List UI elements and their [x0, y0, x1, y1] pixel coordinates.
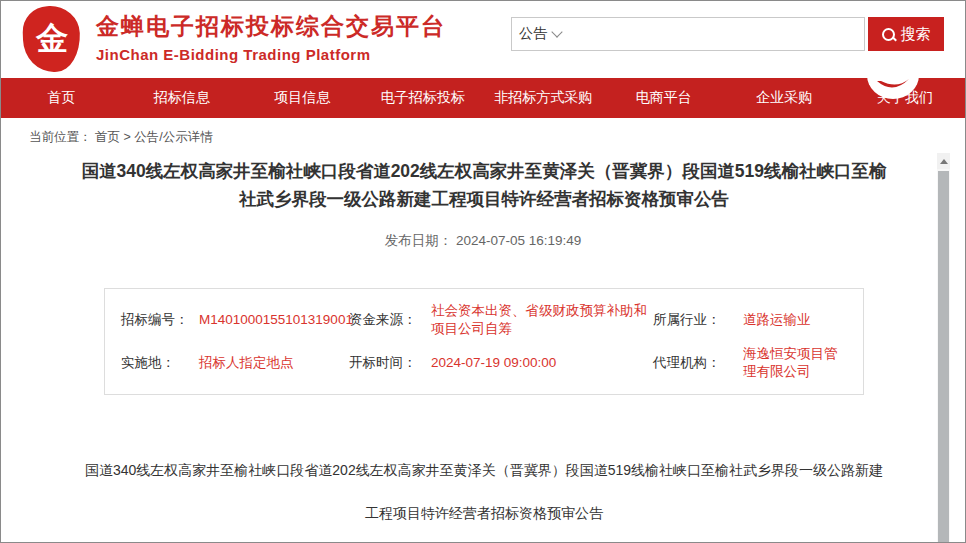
floating-widget[interactable]	[867, 51, 919, 99]
nav-item-ecommerce[interactable]: 电商平台	[604, 78, 725, 118]
nav-item-ebidding[interactable]: 电子招标投标	[363, 78, 484, 118]
bid-number-label: 招标编号：	[121, 311, 199, 329]
agency-label: 代理机构：	[653, 354, 743, 372]
location-value: 招标人指定地点	[199, 354, 349, 372]
industry-label: 所属行业：	[653, 311, 743, 329]
open-time-label: 开标时间：	[349, 354, 431, 372]
nav-item-bid-info[interactable]: 招标信息	[122, 78, 243, 118]
site-title: 金蝉电子招标投标综合交易平台	[96, 11, 446, 42]
search-icon	[882, 28, 895, 41]
site-logo[interactable]: 金	[22, 5, 81, 73]
scrollbar-thumb[interactable]	[938, 171, 949, 543]
open-time-value: 2024-07-19 09:00:00	[431, 354, 653, 372]
bid-number-value: M1401000155101319001	[199, 311, 349, 329]
red-arc-icon	[867, 51, 919, 99]
main-nav: 首页 招标信息 项目信息 电子招标投标 非招标方式采购 电商平台 企业采购 关于…	[1, 78, 965, 118]
search-category-dropdown[interactable]: 公告	[511, 17, 569, 51]
breadcrumb: 当前位置： 首页 > 公告/公示详情	[29, 129, 213, 146]
breadcrumb-home-link[interactable]: 首页	[95, 130, 120, 144]
breadcrumb-current: 公告/公示详情	[134, 130, 212, 144]
nav-item-non-bid-procurement[interactable]: 非招标方式采购	[483, 78, 604, 118]
search-button-label: 搜索	[901, 25, 931, 44]
brand-block: 金蝉电子招标投标综合交易平台 JinChan E-Bidding Trading…	[96, 11, 446, 63]
publish-date-label: 发布日期：	[385, 233, 453, 248]
nav-item-home[interactable]: 首页	[1, 78, 122, 118]
content-scrollbar[interactable]	[937, 153, 950, 543]
search-category-label: 公告	[519, 25, 547, 43]
search-button[interactable]: 搜索	[868, 17, 944, 51]
scrollbar-up-button[interactable]	[937, 153, 950, 169]
fund-source-label: 资金来源：	[349, 311, 431, 329]
fund-source-value: 社会资本出资、省级财政预算补助和项目公司自筹	[431, 302, 653, 338]
publish-date-value: 2024-07-05 16:19:49	[456, 233, 581, 248]
nav-item-project-info[interactable]: 项目信息	[242, 78, 363, 118]
announcement-title: 国道340线左权高家井至榆社峡口段省道202线左权高家井至黄泽关（晋冀界）段国道…	[74, 157, 894, 213]
site-subtitle: JinChan E-Bidding Trading Platform	[96, 46, 446, 63]
search-input[interactable]	[568, 17, 865, 51]
agency-value: 海逸恒安项目管理有限公司	[743, 345, 847, 381]
nav-item-enterprise-procurement[interactable]: 企业采购	[724, 78, 845, 118]
bid-info-table: 招标编号： M1401000155101319001 资金来源： 社会资本出资、…	[104, 288, 864, 395]
breadcrumb-separator: >	[123, 130, 130, 144]
page: 金 金蝉电子招标投标综合交易平台 JinChan E-Bidding Tradi…	[0, 0, 966, 543]
logo-seal-icon: 金	[36, 17, 68, 61]
publish-date-line: 发布日期： 2024-07-05 16:19:49	[1, 232, 965, 250]
industry-value: 道路运输业	[743, 311, 847, 329]
breadcrumb-prefix: 当前位置：	[29, 130, 92, 144]
header: 金 金蝉电子招标投标综合交易平台 JinChan E-Bidding Tradi…	[1, 1, 965, 78]
location-label: 实施地：	[121, 354, 199, 372]
chevron-down-icon	[551, 26, 562, 37]
announcement-body: 国道340线左权高家井至榆社峡口段省道202线左权高家井至黄泽关（晋冀界）段国道…	[79, 449, 889, 535]
